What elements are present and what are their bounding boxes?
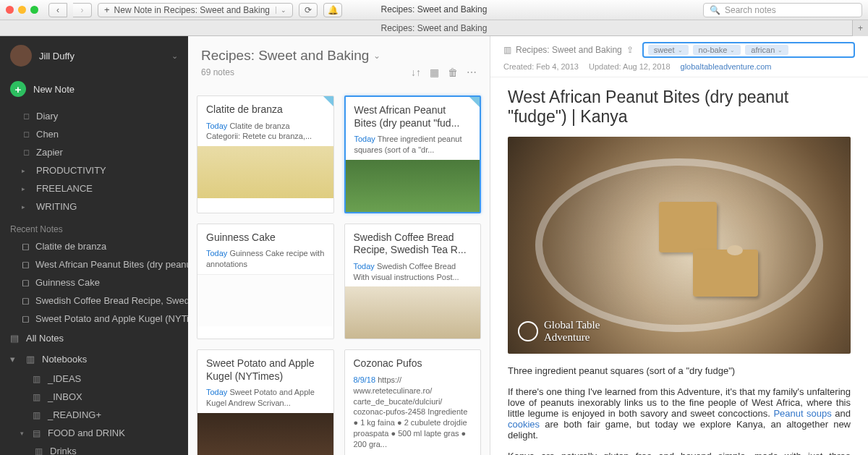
plus-circle-icon: + [10,81,26,97]
new-note-dropdown[interactable]: ⌄ [276,7,286,14]
chevron-down-icon: ⌄ [171,51,178,61]
shortcut-chen[interactable]: ◻Chen [0,125,188,143]
triangle-down-icon: ▾ [20,430,27,437]
tab-current[interactable]: Recipes: Sweet and Baking [381,23,488,33]
new-note-label: New Note in Recipes: Sweet and Baking [114,5,270,15]
note-icon: ◻ [22,148,30,157]
shortcut-zapier[interactable]: ◻Zapier [0,143,188,161]
window-toolbar: ‹ › + New Note in Recipes: Sweet and Bak… [0,0,868,20]
forward-button[interactable]: › [73,3,92,17]
user-name: Jill Duffy [39,51,164,61]
notebook-reading[interactable]: ▥_READING+ [0,406,188,424]
notebook-food[interactable]: ▾▤FOOD and DRINK [0,424,188,442]
recent-notes-header: Recent Notes [0,216,188,237]
shortcut-diary[interactable]: ◻Diary [0,107,188,125]
sidebar-new-note[interactable]: + New Note [0,75,188,107]
link-cookies[interactable]: cookies [508,419,540,430]
note-card-5[interactable]: Cozonac Pufos 8/9/18 https:// www.retete… [344,349,482,455]
notebook-icon: ▥ [33,392,43,402]
sync-button[interactable]: ⟳ [299,3,318,17]
stack-icon: ▤ [33,428,43,438]
note-card-3[interactable]: Swedish Coffee Bread Recipe, Swedish Tea… [344,224,482,340]
recent-note-2[interactable]: ◻Guinness Cake [0,273,188,292]
paragraph-1: If there's one thing I've learned from t… [508,386,851,441]
notebook-inbox[interactable]: ▥_INBOX [0,388,188,406]
list-title-button[interactable]: Recipes: Sweet and Baking ⌄ [201,48,477,64]
note-list-panel: Recipes: Sweet and Baking ⌄ 69 notes ↓↑ … [188,36,490,455]
view-options-button[interactable]: ▦ [430,67,439,78]
hero-image: Global TableAdventure [508,137,851,354]
sort-button[interactable]: ↓↑ [411,67,421,78]
tab-strip: Recipes: Sweet and Baking + [0,20,868,36]
shortcut-writing[interactable]: ▸WRITING [0,197,188,216]
note-card-4[interactable]: Sweet Potato and Apple Kugel (NYTimes) T… [197,349,334,455]
thumbnail-image [197,413,333,455]
all-notes[interactable]: ▤All Notes [0,328,188,349]
thumbnail-image [197,146,333,198]
plus-icon: + [104,4,110,15]
traffic-lights [6,6,38,14]
recent-note-1[interactable]: ◻West African Peanut Bites (dry peanut "… [0,255,188,273]
recent-note-3[interactable]: ◻Swedish Coffee Bread Recipe, Swedish... [0,292,188,310]
tags-input[interactable]: sweet⌄ no-bake⌄ african⌄ [642,42,855,58]
notebook-icon: ▥ [26,354,36,365]
thumbnail-image [197,274,333,326]
new-note-in-notebook-button[interactable]: + New Note in Recipes: Sweet and Baking … [98,3,293,17]
tag-nobake[interactable]: no-bake⌄ [693,45,741,55]
notebook-icon: ▥ [35,446,45,456]
reminders-button[interactable]: 🔔 [323,3,342,17]
recent-note-0[interactable]: ◻Clatite de branza [0,237,188,255]
notes-icon: ▤ [10,333,20,344]
note-card-1[interactable]: West African Peanut Bites (dry peanut "f… [344,95,482,213]
back-button[interactable]: ‹ [48,3,67,17]
note-icon: ◻ [22,241,30,252]
shortcut-freelance[interactable]: ▸FREELANCE [0,179,188,197]
image-watermark: Global TableAdventure [518,319,600,344]
tag-african[interactable]: african⌄ [745,45,788,55]
notebook-icon: ▥ [33,374,43,384]
note-body[interactable]: Three ingredient peanut squares (sort of… [490,365,868,455]
notebook-icon: ▥ [33,410,43,420]
avatar [10,45,32,67]
note-meta: Created: Feb 4, 2013 Updated: Aug 12, 20… [490,61,868,77]
chevron-down-icon: ⌄ [678,47,683,54]
recent-note-4[interactable]: ◻Sweet Potato and Apple Kugel (NYTimes) [0,310,188,328]
note-icon: ◻ [22,129,30,139]
triangle-icon: ▸ [22,167,30,174]
delete-button[interactable]: 🗑 [448,67,458,78]
thumbnail-image [345,286,481,339]
account-menu[interactable]: Jill Duffy ⌄ [0,36,188,75]
minimize-window-button[interactable] [18,6,26,14]
shortcut-productivity[interactable]: ▸PRODUCTIVITY [0,161,188,179]
globe-icon [518,321,538,341]
triangle-icon: ▸ [22,185,30,192]
notebooks-header[interactable]: ▾▥Notebooks [0,349,188,370]
triangle-icon: ▸ [22,203,30,211]
note-card-2[interactable]: Guinness Cake Today Guinness Cake recipe… [197,224,334,340]
chevron-down-icon: ⌄ [730,47,735,54]
note-icon: ◻ [22,295,30,306]
close-window-button[interactable] [6,6,14,14]
link-peanut-soups[interactable]: Peanut soups [773,408,831,419]
search-input[interactable]: 🔍 Search notes [703,3,862,17]
note-title[interactable]: West African Peanut Bites (dry peanut "f… [490,77,868,132]
sidebar: Jill Duffy ⌄ + New Note ◻Diary ◻Chen ◻Za… [0,36,188,455]
note-icon: ◻ [22,313,30,324]
add-tab-button[interactable]: + [852,20,868,36]
more-button[interactable]: ⋯ [467,67,477,78]
thumbnail-image [346,160,480,212]
new-note-text: New Note [33,84,75,95]
maximize-window-button[interactable] [30,6,38,14]
share-icon[interactable]: ⇪ [626,45,634,55]
notebook-drinks[interactable]: ▥Drinks [0,442,188,455]
source-link[interactable]: globaltableadventure.com [681,62,772,71]
breadcrumb[interactable]: Recipes: Sweet and Baking [516,45,622,55]
note-icon: ◻ [22,259,30,270]
notebook-ideas[interactable]: ▥_IDEAS [0,370,188,388]
tag-sweet[interactable]: sweet⌄ [648,45,689,55]
note-card-0[interactable]: Clatite de branza Today Clatite de branz… [197,95,334,213]
note-pane: ▥ Recipes: Sweet and Baking ⇪ sweet⌄ no-… [490,36,868,455]
note-count: 69 notes [201,67,234,77]
chevron-down-icon: ⌄ [373,51,380,61]
corner-icon [323,96,333,106]
